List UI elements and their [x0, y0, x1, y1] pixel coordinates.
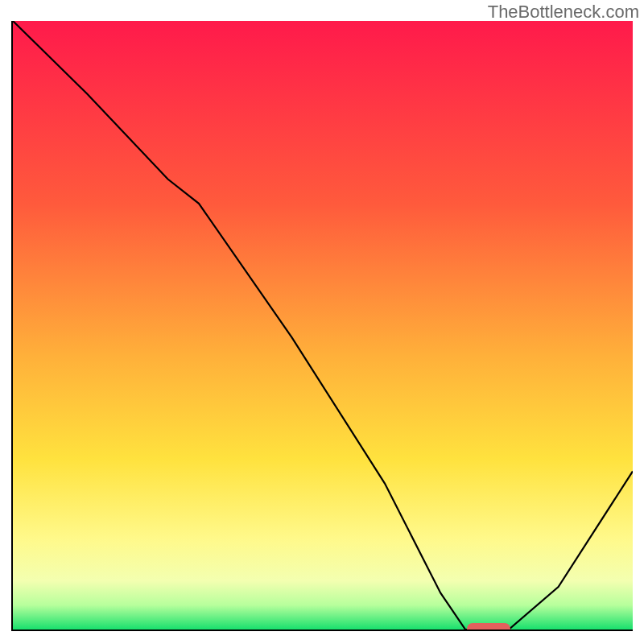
watermark-text: TheBottleneck.com [488, 2, 639, 23]
optimal-range-marker [467, 623, 510, 631]
plot-area [11, 21, 633, 631]
chart-frame: TheBottleneck.com [0, 0, 644, 644]
bottleneck-curve [13, 21, 633, 630]
